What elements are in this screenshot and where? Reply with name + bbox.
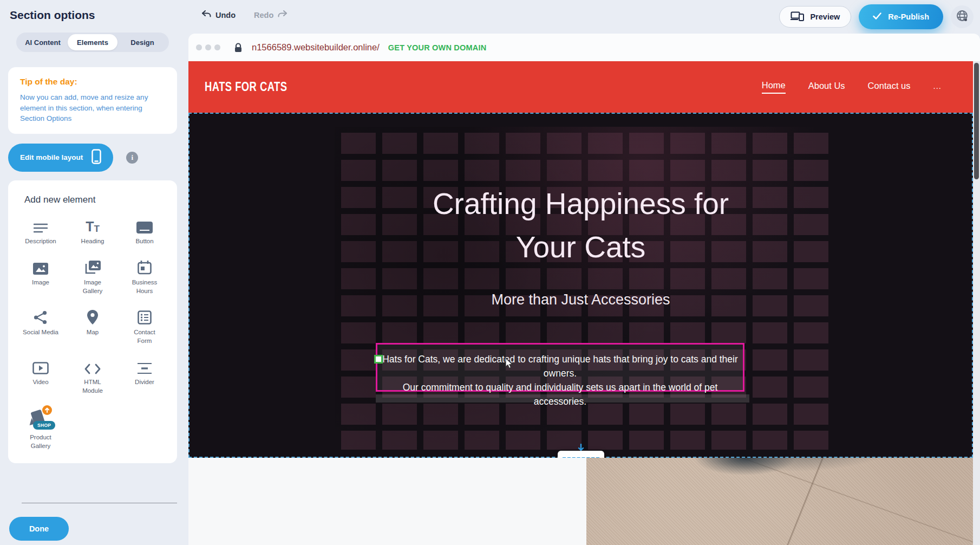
- element-divider[interactable]: Divider: [119, 358, 171, 395]
- tab-ai-content[interactable]: AI Content: [18, 34, 68, 50]
- preview-scrollbar: [973, 61, 980, 545]
- nav-contact-us[interactable]: Contact us: [868, 81, 911, 93]
- element-image-gallery[interactable]: Image Gallery: [67, 258, 119, 295]
- republish-label: Re-Publish: [888, 12, 929, 21]
- element-heading[interactable]: TT Heading: [67, 217, 119, 246]
- site-nav: Home About Us Contact us ...: [762, 80, 942, 94]
- selected-text-element[interactable]: Hats for Cats, we are dedicated to craft…: [376, 343, 744, 392]
- topbar-actions: Preview Re-Publish: [779, 4, 974, 29]
- page-title: Section options: [10, 9, 95, 22]
- contact-form-icon: [138, 308, 152, 325]
- element-social-media[interactable]: Social Media: [15, 308, 67, 345]
- hero-section[interactable]: Crafting Happiness for Your Cats More th…: [188, 113, 973, 458]
- redo-button[interactable]: Redo: [254, 10, 288, 20]
- upgrade-arrow-icon: [42, 405, 52, 415]
- tip-of-the-day-card: Tip of the day: Now you can add, move an…: [8, 67, 177, 134]
- check-icon: [873, 12, 881, 21]
- globe-icon: [956, 9, 969, 24]
- site-header: HATS FOR CATS Home About Us Contact us .…: [188, 61, 973, 113]
- site-url: n1566589.websitebuilder.online/: [252, 42, 380, 53]
- element-business-hours[interactable]: Business Hours: [119, 258, 171, 295]
- scrollbar-thumb[interactable]: [974, 63, 979, 179]
- history-controls: Undo Redo: [201, 10, 288, 20]
- tip-title: Tip of the day:: [20, 77, 165, 87]
- preview-button[interactable]: Preview: [779, 6, 851, 28]
- element-html-module[interactable]: HTML Module: [67, 358, 119, 395]
- image-icon: [33, 258, 48, 275]
- info-icon[interactable]: i: [126, 152, 138, 164]
- republish-button[interactable]: Re-Publish: [859, 4, 943, 29]
- shop-badge: SHOP: [33, 421, 55, 430]
- nav-home[interactable]: Home: [762, 80, 786, 94]
- next-section[interactable]: [188, 458, 973, 545]
- element-button[interactable]: Button: [119, 217, 171, 246]
- nav-about-us[interactable]: About Us: [808, 81, 845, 93]
- redo-label: Redo: [254, 11, 273, 20]
- calendar-icon: [138, 258, 152, 275]
- browser-chrome: n1566589.websitebuilder.online/ GET YOUR…: [188, 34, 980, 61]
- code-icon: [84, 358, 101, 374]
- done-button[interactable]: Done: [9, 517, 69, 541]
- undo-icon: [201, 10, 211, 20]
- edit-mobile-layout-button[interactable]: Edit mobile layout: [8, 144, 113, 172]
- divider-icon: [137, 358, 152, 374]
- arrow-down-icon: [577, 444, 585, 451]
- phone-icon: [92, 149, 101, 166]
- tip-body: Now you can add, move and resize any ele…: [20, 92, 165, 124]
- element-image[interactable]: Image: [15, 258, 67, 295]
- devices-icon: [790, 11, 805, 23]
- get-domain-link[interactable]: GET YOUR OWN DOMAIN: [388, 43, 487, 52]
- hero-body-line1: Hats for Cats, we are dedicated to craft…: [377, 352, 743, 380]
- description-icon: [34, 217, 48, 233]
- undo-button[interactable]: Undo: [201, 10, 236, 20]
- tab-design[interactable]: Design: [117, 34, 167, 50]
- image-gallery-icon: [84, 258, 101, 275]
- add-element-card: Add new element Description TT Heading B…: [8, 180, 177, 464]
- edit-mobile-label: Edit mobile layout: [20, 153, 83, 161]
- undo-label: Undo: [215, 11, 236, 20]
- hero-heading[interactable]: Crafting Happiness for Your Cats: [188, 182, 973, 269]
- section-options-panel: AI Content Elements Design Tip of the da…: [0, 28, 184, 545]
- element-product-gallery[interactable]: SHOP Product Gallery: [15, 408, 67, 450]
- map-pin-icon: [87, 308, 98, 325]
- nav-more[interactable]: ...: [933, 81, 942, 93]
- add-element-title: Add new element: [24, 194, 171, 205]
- product-gallery-icon: SHOP: [28, 408, 54, 430]
- element-map[interactable]: Map: [67, 308, 119, 345]
- preview-label: Preview: [810, 12, 840, 21]
- preview-pane: n1566589.websitebuilder.online/ GET YOUR…: [188, 34, 980, 545]
- element-description[interactable]: Description: [15, 217, 67, 246]
- language-globe-button[interactable]: [951, 5, 974, 28]
- element-grid: Description TT Heading Button Image Imag…: [15, 217, 171, 451]
- floor-photo: [586, 458, 973, 545]
- button-icon: [136, 217, 153, 233]
- site-logo[interactable]: HATS FOR CATS: [205, 79, 287, 94]
- lock-icon: [234, 43, 242, 53]
- element-shadow: [376, 394, 749, 403]
- element-contact-form[interactable]: Contact Form: [119, 308, 171, 345]
- tab-elements[interactable]: Elements: [68, 34, 117, 50]
- video-icon: [32, 358, 49, 374]
- share-icon: [34, 308, 48, 325]
- footer-divider: [22, 503, 177, 503]
- element-drag-handle[interactable]: [374, 355, 383, 364]
- redo-icon: [278, 10, 288, 20]
- panel-tabs: AI Content Elements Design: [16, 33, 169, 52]
- hero-subheading[interactable]: More than Just Accessories: [188, 291, 973, 308]
- element-video[interactable]: Video: [15, 358, 67, 395]
- section-resize-handle[interactable]: [558, 451, 604, 458]
- site-canvas: HATS FOR CATS Home About Us Contact us .…: [188, 61, 973, 545]
- window-dots-icon: [196, 44, 220, 50]
- heading-icon: TT: [86, 217, 100, 233]
